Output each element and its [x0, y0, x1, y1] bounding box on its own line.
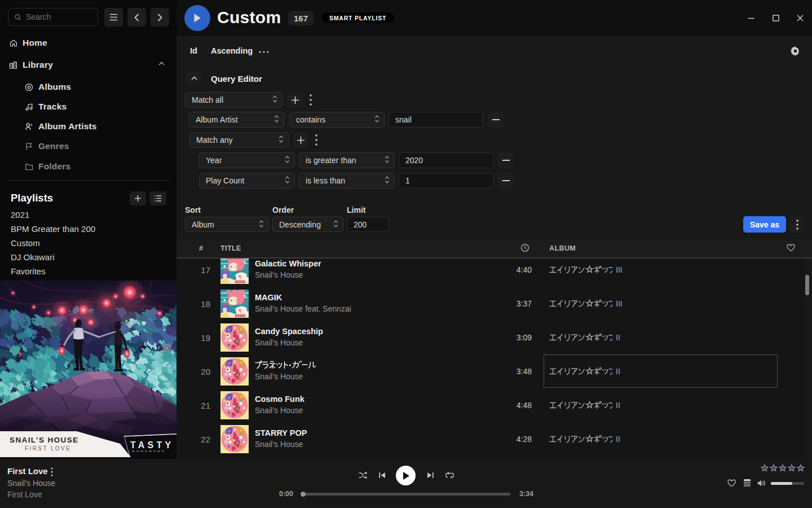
svg-text:FIRST LOVE: FIRST LOVE — [25, 445, 71, 452]
svg-text:TASTY: TASTY — [130, 440, 174, 450]
svg-text:SNAIL’S HOUSE: SNAIL’S HOUSE — [10, 436, 78, 444]
